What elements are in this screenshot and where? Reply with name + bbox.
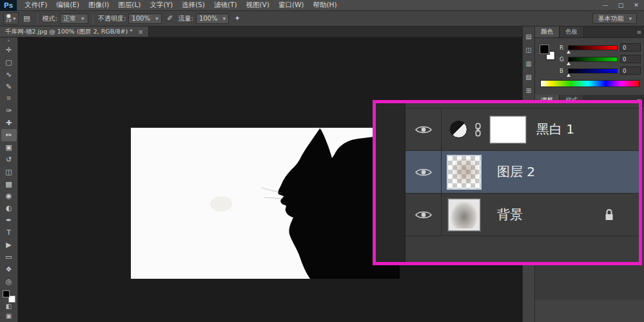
- blur-tool-icon: ◉: [6, 192, 12, 200]
- layer-row-layer2[interactable]: 图层 2: [405, 151, 639, 194]
- screen-mode-icon[interactable]: ▣: [6, 312, 12, 322]
- shape-tool[interactable]: ▭: [1, 251, 17, 263]
- foreground-color-swatch[interactable]: [3, 290, 10, 297]
- document-image[interactable]: [131, 128, 400, 279]
- red-channel-row: R 0: [560, 43, 641, 52]
- menu-window[interactable]: 窗口(W): [274, 0, 309, 11]
- green-slider[interactable]: [568, 57, 618, 62]
- info-panel-icon[interactable]: ▥: [525, 60, 531, 67]
- visibility-toggle[interactable]: [405, 151, 442, 193]
- visibility-toggle[interactable]: [405, 108, 442, 150]
- blur-tool[interactable]: ◉: [1, 190, 17, 203]
- menu-select[interactable]: 选择(S): [177, 0, 210, 11]
- chevron-down-icon: ▼: [222, 16, 226, 21]
- photoshop-window: Ps 文件(F) 编辑(E) 图像(I) 图层(L) 文字(Y) 选择(S) 滤…: [0, 0, 644, 322]
- red-slider[interactable]: [568, 45, 618, 50]
- menu-bar: Ps 文件(F) 编辑(E) 图像(I) 图层(L) 文字(Y) 选择(S) 滤…: [0, 0, 644, 11]
- slider-knob[interactable]: [567, 50, 571, 54]
- foreground-background-swatches[interactable]: [3, 290, 15, 303]
- marquee-tool-icon: ▢: [5, 58, 12, 66]
- mode-value: 正常: [63, 14, 76, 23]
- foreground-color-swatch[interactable]: [540, 45, 549, 54]
- opacity-value: 100%: [132, 15, 150, 22]
- eyedropper-tool[interactable]: ✑: [1, 105, 17, 117]
- quick-mask-icon[interactable]: ◧: [6, 303, 12, 312]
- menu-file[interactable]: 文件(F): [20, 0, 52, 11]
- type-tool-icon: T: [6, 228, 11, 237]
- layer-name[interactable]: 背景: [497, 206, 523, 223]
- menu-type[interactable]: 文字(Y): [145, 0, 177, 11]
- color-spectrum-ramp[interactable]: [540, 80, 639, 87]
- flow-dropdown[interactable]: 100% ▼: [196, 14, 229, 24]
- green-value-field[interactable]: 0: [620, 55, 641, 63]
- layer-thumbnail[interactable]: [448, 199, 480, 231]
- type-tool[interactable]: T: [1, 226, 17, 239]
- faint-smudge: [210, 196, 232, 212]
- menu-filter[interactable]: 滤镜(T): [210, 0, 242, 11]
- mode-dropdown[interactable]: 正常 ▼: [60, 14, 88, 24]
- pen-tool[interactable]: ✒: [1, 214, 17, 226]
- tab-swatches[interactable]: 色板: [560, 26, 584, 37]
- quick-selection-tool[interactable]: ✎: [1, 81, 17, 93]
- lasso-tool[interactable]: ∿: [1, 68, 17, 81]
- menu-view[interactable]: 视图(V): [241, 0, 273, 11]
- layer-mask-thumbnail[interactable]: [490, 116, 526, 143]
- airbrush-icon[interactable]: ✦: [231, 14, 243, 23]
- paragraph-panel-icon[interactable]: ⊞: [526, 87, 531, 94]
- layer-row-blackwhite[interactable]: 黑白 1: [405, 108, 639, 151]
- properties-panel-icon[interactable]: ◫: [525, 46, 531, 54]
- layer-name[interactable]: 黑白 1: [536, 121, 574, 138]
- move-tool-icon: ✛: [6, 46, 12, 54]
- tab-color[interactable]: 颜色: [535, 26, 560, 37]
- brush-panel-toggle-icon[interactable]: ▤: [21, 14, 33, 23]
- dodge-tool[interactable]: ◐: [1, 202, 17, 214]
- brush-tool[interactable]: ✏: [1, 129, 17, 141]
- menu-edit[interactable]: 编辑(E): [52, 0, 84, 11]
- character-panel-icon[interactable]: ▧: [525, 74, 531, 81]
- clone-stamp-tool[interactable]: ▣: [1, 141, 17, 154]
- spot-healing-tool[interactable]: ✚: [1, 117, 17, 129]
- hand-tool[interactable]: ❖: [1, 263, 17, 276]
- blackwhite-adjustment-icon[interactable]: [450, 121, 467, 138]
- mask-link[interactable]: [474, 123, 482, 137]
- menu-help[interactable]: 帮助(H): [308, 0, 341, 11]
- maximize-button[interactable]: □: [613, 0, 629, 11]
- history-panel-icon[interactable]: ▤: [525, 33, 531, 40]
- eraser-tool[interactable]: ◫: [1, 166, 17, 178]
- minimize-button[interactable]: —: [598, 0, 613, 11]
- zoom-tool[interactable]: ◎: [1, 276, 17, 288]
- lock-icon: [604, 208, 614, 221]
- menu-image[interactable]: 图像(I): [84, 0, 113, 11]
- opacity-dropdown[interactable]: 100% ▼: [128, 14, 161, 24]
- workspace-switcher-button[interactable]: 基本功能 ▼: [592, 13, 637, 24]
- flow-value: 100%: [199, 15, 218, 22]
- document-tab[interactable]: 千库网-猫2.jpg @ 100% (图层 2, RGB/8#) * ×: [0, 26, 149, 37]
- pressure-opacity-icon[interactable]: ✐: [164, 14, 176, 23]
- layer-thumbnail[interactable]: [448, 156, 480, 188]
- visibility-toggle[interactable]: [405, 194, 442, 236]
- close-button[interactable]: ✕: [629, 0, 644, 11]
- move-tool[interactable]: ✛: [1, 44, 17, 56]
- opacity-label: 不透明度:: [98, 14, 126, 23]
- history-brush-tool[interactable]: ↺: [1, 154, 17, 166]
- layer-name[interactable]: 图层 2: [497, 163, 535, 181]
- tab-close-icon[interactable]: ×: [138, 28, 143, 35]
- panel-menu-icon[interactable]: ≡: [633, 26, 644, 37]
- toolbar-collapse-icon[interactable]: »: [7, 38, 10, 44]
- slider-knob[interactable]: [567, 74, 571, 77]
- blue-value-field[interactable]: 0: [620, 66, 641, 75]
- menu-layer[interactable]: 图层(L): [113, 0, 145, 11]
- layer-row-background[interactable]: 背景: [405, 194, 639, 236]
- path-selection-tool[interactable]: ▶: [1, 239, 17, 251]
- marquee-tool[interactable]: ▢: [1, 56, 17, 68]
- crop-tool[interactable]: ⌗: [1, 93, 17, 105]
- red-value-field[interactable]: 0: [620, 43, 641, 52]
- flow-label: 流量:: [179, 14, 193, 23]
- pen-tool-icon: ✒: [6, 216, 12, 225]
- eyedropper-tool-icon: ✑: [6, 106, 12, 115]
- color-panel-swatches[interactable]: [540, 45, 555, 60]
- blue-slider[interactable]: [568, 68, 618, 74]
- slider-knob[interactable]: [567, 62, 571, 65]
- gradient-tool[interactable]: ▩: [1, 178, 17, 190]
- brush-preset-picker[interactable]: ● 28 ▼: [3, 12, 19, 25]
